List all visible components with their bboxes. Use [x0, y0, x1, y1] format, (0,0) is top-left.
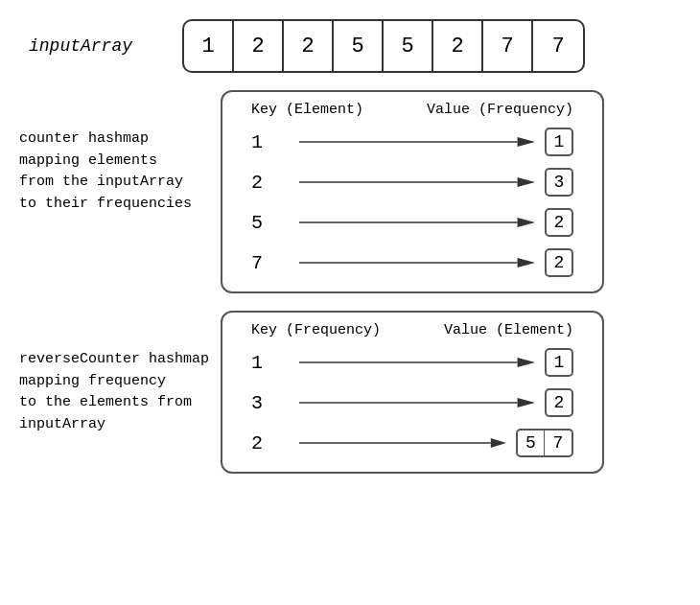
svg-marker-7: [518, 258, 535, 268]
hashmap-row: 2 3: [251, 168, 573, 197]
array-cell: 5: [384, 21, 433, 71]
svg-marker-5: [518, 218, 535, 227]
counter-value-header: Value (Frequency): [427, 102, 573, 118]
arrow-line: [299, 132, 535, 151]
array-cell: 2: [234, 21, 284, 71]
svg-marker-9: [518, 358, 535, 367]
arrow-line: [299, 213, 535, 232]
row-key: 1: [251, 131, 290, 153]
array-cell: 1: [184, 21, 234, 71]
value-box: 1: [545, 348, 573, 377]
reverse-key-header: Key (Frequency): [251, 322, 381, 338]
row-key: 7: [251, 252, 290, 274]
input-array-label: inputArray: [29, 36, 153, 56]
row-key: 1: [251, 352, 290, 374]
array-cell: 5: [334, 21, 384, 71]
value-box: 3: [545, 168, 573, 197]
page: inputArray 12255277 counter hashmap mapp…: [0, 0, 700, 605]
row-value: 2: [545, 208, 573, 237]
array-cell: 2: [284, 21, 334, 71]
svg-marker-3: [518, 177, 535, 187]
row-key: 5: [251, 212, 290, 234]
hashmap-row: 2 57: [251, 429, 573, 457]
array-cell: 2: [433, 21, 483, 71]
hashmap-row: 3 2: [251, 388, 573, 417]
array-cell: 7: [533, 21, 583, 71]
counter-key-header: Key (Element): [251, 102, 363, 118]
arrow-line: [299, 253, 535, 272]
counter-hashmap-box: Key (Element) Value (Frequency) 1 12 35 …: [221, 90, 604, 293]
row-value: 57: [516, 429, 573, 457]
svg-marker-11: [518, 398, 535, 407]
input-array-section: inputArray 12255277: [29, 19, 690, 73]
arrow-line: [299, 433, 506, 453]
reverse-value-header: Value (Element): [444, 322, 573, 338]
svg-marker-13: [491, 438, 506, 448]
value-box: 1: [545, 128, 573, 156]
row-value: 2: [545, 388, 573, 417]
hashmap-row: 5 2: [251, 208, 573, 237]
value-box: 5: [516, 429, 545, 457]
counter-hashmap-rows: 1 12 35 27 2: [242, 128, 583, 277]
row-key: 2: [251, 172, 290, 194]
counter-hashmap-header: Key (Element) Value (Frequency): [242, 102, 583, 118]
row-value: 1: [545, 348, 573, 377]
reverse-counter-box: Key (Frequency) Value (Element) 1 13 22 …: [221, 311, 604, 474]
reverse-counter-header: Key (Frequency) Value (Element): [242, 322, 583, 338]
array-cell: 7: [483, 21, 533, 71]
value-box: 2: [545, 248, 573, 277]
row-value: 2: [545, 248, 573, 277]
arrow-line: [299, 173, 535, 192]
row-key: 2: [251, 432, 290, 454]
svg-marker-1: [518, 137, 535, 147]
counter-hashmap-label: counter hashmap mapping elements from th…: [19, 90, 221, 215]
reverse-counter-rows: 1 13 22 57: [242, 348, 583, 457]
array-cells: 12255277: [182, 19, 585, 73]
hashmap-row: 1 1: [251, 128, 573, 156]
value-box-group: 57: [516, 429, 573, 457]
reverse-counter-label: reverseCounter hashmap mapping frequency…: [19, 311, 221, 435]
arrow-line: [299, 353, 535, 372]
value-box: 7: [545, 429, 573, 457]
value-box: 2: [545, 388, 573, 417]
hashmap-row: 1 1: [251, 348, 573, 377]
row-value: 3: [545, 168, 573, 197]
row-value: 1: [545, 128, 573, 156]
reverse-counter-section: reverseCounter hashmap mapping frequency…: [19, 311, 690, 474]
row-key: 3: [251, 392, 290, 414]
arrow-line: [299, 393, 535, 412]
hashmap-row: 7 2: [251, 248, 573, 277]
counter-hashmap-section: counter hashmap mapping elements from th…: [19, 90, 690, 293]
value-box: 2: [545, 208, 573, 237]
